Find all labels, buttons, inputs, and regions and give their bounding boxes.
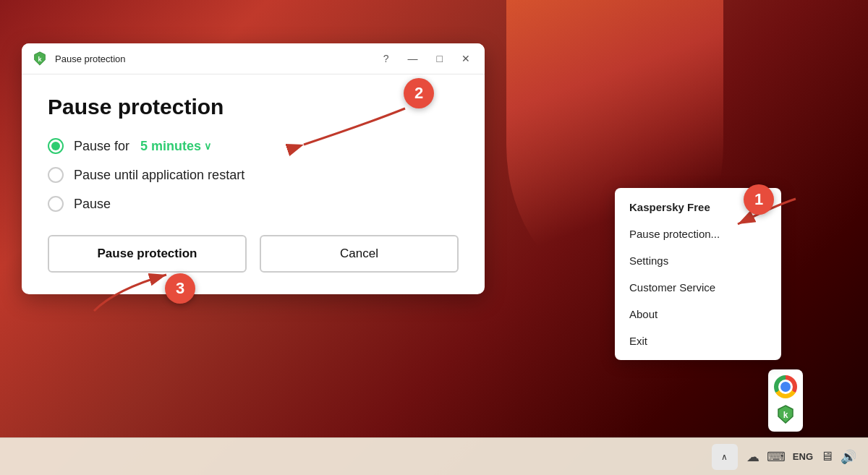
taskbar-system-icons: ☁ ⌨ ENG 🖥 🔊	[746, 449, 856, 465]
desktop: k Pause protection ? — □ ✕ Pause protect…	[0, 0, 868, 475]
chrome-tray-icon[interactable]	[774, 375, 797, 398]
minimize-button[interactable]: —	[404, 51, 422, 66]
dialog-buttons: Pause protection Cancel	[48, 235, 459, 273]
context-menu-pause-protection[interactable]: Pause protection...	[615, 221, 781, 247]
dialog-titlebar: k Pause protection ? — □ ✕	[22, 43, 485, 74]
duration-dropdown[interactable]: 5 minutes ∨	[140, 139, 211, 154]
dialog-window-controls: ? — □ ✕	[379, 51, 475, 66]
pause-protection-button[interactable]: Pause protection	[48, 235, 247, 273]
context-menu-about[interactable]: About	[615, 301, 781, 328]
cloud-icon[interactable]: ☁	[746, 449, 760, 465]
annotation-2: 2	[404, 78, 434, 108]
volume-icon[interactable]: 🔊	[841, 449, 856, 465]
context-menu-customer-service[interactable]: Customer Service	[615, 274, 781, 301]
taskbar-chevron-button[interactable]: ∧	[712, 444, 738, 470]
radio-circle-pause-for	[48, 138, 64, 154]
language-indicator[interactable]: ENG	[793, 451, 813, 462]
kaspersky-logo-icon: k	[32, 51, 48, 67]
close-button[interactable]: ✕	[457, 51, 475, 66]
radio-pause[interactable]: Pause	[48, 196, 459, 212]
cancel-button[interactable]: Cancel	[260, 235, 459, 273]
help-button[interactable]: ?	[379, 51, 393, 66]
radio-label-pause-until: Pause until application restart	[74, 168, 244, 183]
radio-group: Pause for 5 minutes ∨ Pause until applic…	[48, 138, 459, 212]
radio-pause-for[interactable]: Pause for 5 minutes ∨	[48, 138, 459, 154]
taskbar: ∧ ☁ ⌨ ENG 🖥 🔊	[0, 437, 868, 475]
radio-label-pause: Pause	[74, 197, 111, 212]
maximize-button[interactable]: □	[433, 51, 447, 66]
tray-popup: k	[768, 369, 803, 432]
svg-text:k: k	[783, 410, 788, 420]
keyboard-icon[interactable]: ⌨	[767, 449, 786, 465]
context-menu-exit[interactable]: Exit	[615, 328, 781, 354]
dropdown-arrow-icon: ∨	[204, 140, 211, 152]
annotation-1: 1	[744, 184, 774, 215]
monitor-icon[interactable]: 🖥	[820, 449, 833, 464]
radio-label-pause-for: Pause for 5 minutes ∨	[74, 139, 211, 154]
dialog-heading: Pause protection	[48, 95, 459, 119]
radio-pause-until[interactable]: Pause until application restart	[48, 167, 459, 183]
dialog-title-text: Pause protection	[55, 54, 372, 64]
radio-circle-pause	[48, 196, 64, 212]
context-menu-settings[interactable]: Settings	[615, 247, 781, 274]
kaspersky-tray-icon[interactable]: k	[774, 403, 797, 426]
radio-circle-pause-until	[48, 167, 64, 183]
annotation-3: 3	[165, 273, 195, 304]
